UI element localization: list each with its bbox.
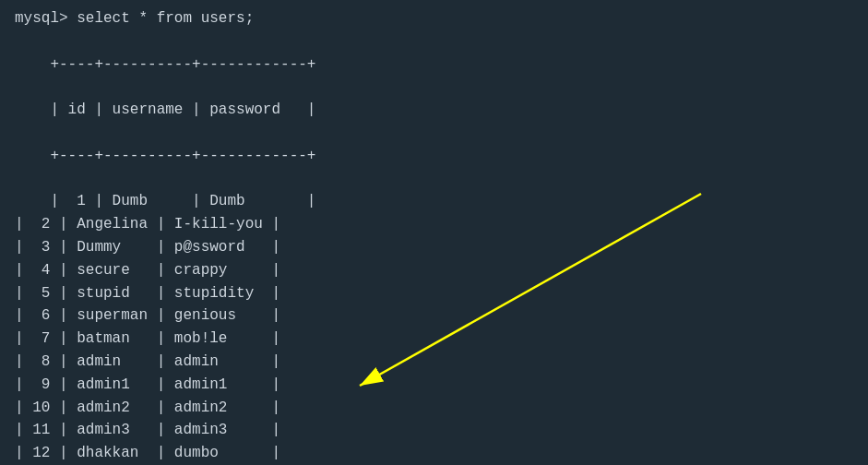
table-row: | 10 | admin2 | admin2 | bbox=[15, 399, 280, 416]
table-row: | 9 | admin1 | admin1 | bbox=[15, 376, 280, 393]
table: +----+----------+------------+ | id | us… bbox=[15, 30, 853, 465]
table-row: | 5 | stupid | stupidity | bbox=[15, 285, 280, 302]
table-row: | 7 | batman | mob!le | bbox=[15, 330, 280, 347]
divider-top: +----+----------+------------+ bbox=[50, 56, 315, 73]
table-row: | 1 | Dumb | Dumb | bbox=[50, 193, 315, 209]
table-rows: | 1 | Dumb | Dumb | | 2 | Angelina | I-k… bbox=[15, 193, 315, 465]
table-row: | 12 | dhakkan | dumbo | bbox=[15, 445, 280, 461]
table-row: | 11 | admin3 | admin3 | bbox=[15, 422, 280, 438]
table-row: | 8 | admin | admin | bbox=[15, 353, 280, 370]
table-header: | id | username | password | bbox=[50, 101, 315, 118]
terminal: mysql> select * from users; +----+------… bbox=[0, 0, 868, 465]
table-row: | 6 | superman | genious | bbox=[15, 307, 280, 324]
table-row: | 2 | Angelina | I-kill-you | bbox=[15, 216, 280, 232]
table-row: | 4 | secure | crappy | bbox=[15, 262, 280, 279]
divider-mid: +----+----------+------------+ bbox=[50, 148, 315, 164]
table-row: | 3 | Dummy | p@ssword | bbox=[15, 239, 280, 256]
prompt-line: mysql> select * from users; bbox=[15, 7, 853, 30]
